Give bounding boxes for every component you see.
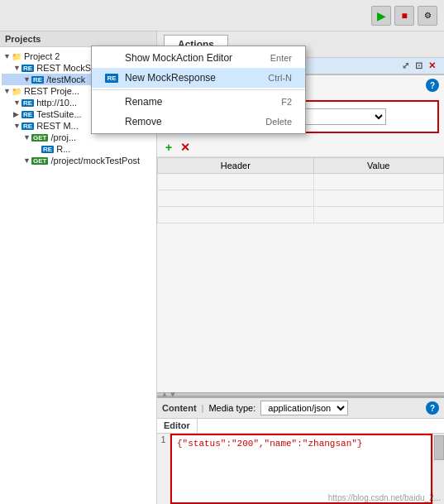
tree-arrow: ▼ xyxy=(23,75,31,84)
get-icon: GET xyxy=(31,157,48,165)
tree-label: Project 2 xyxy=(24,51,60,61)
media-type-label: Media type: xyxy=(208,403,255,413)
top-toolbar: ▶ ■ ⚙ xyxy=(0,0,444,31)
json-content: {"status":"200","name":"zhangsan"} xyxy=(177,439,362,449)
tree-arrow: ▼ xyxy=(23,133,31,142)
content-help-icon[interactable]: ? xyxy=(426,401,439,415)
remove-shortcut: Delete xyxy=(265,117,292,127)
media-type-select[interactable]: application/json text/xml text/plain xyxy=(260,401,348,415)
tree-item[interactable]: ▼ GET /project/mockTestPost xyxy=(2,155,155,166)
tree-label: REST M... xyxy=(36,121,79,131)
watermark: https://blog.csdn.net/baidu_2... xyxy=(328,493,441,502)
content-label: Content xyxy=(162,403,197,413)
tree-label: /project/mockTestPost xyxy=(51,156,141,166)
rest-icon: RE xyxy=(21,65,34,72)
folder-icon: 📁 xyxy=(12,87,21,96)
context-new-response[interactable]: RE New MockResponse Ctrl-N xyxy=(92,68,305,88)
remove-header-button[interactable]: ✕ xyxy=(179,141,192,154)
table-row xyxy=(158,207,444,223)
play-button[interactable]: ▶ xyxy=(371,6,391,26)
bottom-toolbar: Content | Media type: application/json t… xyxy=(157,398,444,419)
editor-tab[interactable]: Editor xyxy=(157,419,198,433)
tree-arrow: ▼ xyxy=(23,156,31,165)
tree-label: /testMock xyxy=(46,74,85,84)
headers-table: Header Value xyxy=(157,157,444,223)
rest-icon: RE xyxy=(21,111,34,118)
remove-label: Remove xyxy=(125,116,259,127)
tree-arrow: ▶ xyxy=(13,110,21,118)
rest-icon: RE xyxy=(21,99,34,107)
editor-gutter: 1 xyxy=(157,434,170,504)
tree-label: R... xyxy=(56,144,70,154)
header-cell xyxy=(158,190,314,207)
context-remove[interactable]: Remove Delete xyxy=(92,112,305,132)
tree-label: REST Proje... xyxy=(24,86,79,96)
header-col-header: Header xyxy=(158,158,314,174)
context-rename[interactable]: Rename F2 xyxy=(92,92,305,112)
get-icon: GET xyxy=(31,134,48,142)
headers-toolbar: + ✕ xyxy=(157,138,444,157)
new-response-label: New MockResponse xyxy=(125,72,261,84)
headers-table-container: Header Value xyxy=(157,157,444,392)
tree-label: TestSuite... xyxy=(36,109,81,119)
new-response-icon: RE xyxy=(105,74,118,83)
value-cell xyxy=(313,207,443,223)
new-response-shortcut: Ctrl-N xyxy=(268,73,292,83)
tree-arrow: ▼ xyxy=(13,122,21,130)
editor-tabs: Editor xyxy=(157,419,444,434)
header-cell xyxy=(158,207,314,223)
gear-button[interactable]: ⚙ xyxy=(418,6,437,26)
show-editor-shortcut: Enter xyxy=(270,53,292,63)
bottom-section: Content | Media type: application/json t… xyxy=(157,396,444,504)
context-menu: Show MockAction Editor Enter RE New Mock… xyxy=(91,46,306,134)
header-cell xyxy=(158,174,314,190)
tree-arrow: ▼ xyxy=(13,64,21,72)
rename-shortcut: F2 xyxy=(281,97,292,107)
add-header-button[interactable]: + xyxy=(162,141,175,154)
float-icon[interactable]: ⊡ xyxy=(413,60,424,71)
tree-arrow: ▼ xyxy=(13,98,21,107)
help-icon[interactable]: ? xyxy=(426,79,439,92)
response-header-icons: ⤢ ⊡ ✕ xyxy=(400,60,437,71)
tree-arrow: ▼ xyxy=(3,87,12,95)
folder-icon: 📁 xyxy=(12,52,21,61)
rest-icon: RE xyxy=(31,76,44,84)
value-cell xyxy=(313,190,443,207)
table-row xyxy=(158,174,444,190)
show-editor-label: Show MockAction Editor xyxy=(125,52,264,64)
rest-icon: RE xyxy=(21,122,34,130)
close-icon[interactable]: ✕ xyxy=(427,60,437,71)
context-show-editor[interactable]: Show MockAction Editor Enter xyxy=(92,48,305,68)
rest-icon: RE xyxy=(41,146,54,153)
value-cell xyxy=(313,174,443,190)
scrollbar-thumb[interactable] xyxy=(434,435,444,460)
table-row xyxy=(158,190,444,207)
tree-label: http://10... xyxy=(36,98,77,108)
tree-item[interactable]: RE R... xyxy=(2,143,155,155)
stop-button[interactable]: ■ xyxy=(394,6,414,26)
tree-arrow: ▼ xyxy=(3,52,12,60)
separator: | xyxy=(202,403,204,413)
expand-icon[interactable]: ⤢ xyxy=(400,60,411,71)
line-number: 1 xyxy=(161,435,166,444)
tree-label: /proj... xyxy=(51,132,77,142)
rename-label: Rename xyxy=(125,96,275,108)
menu-separator xyxy=(92,89,305,90)
value-col-header: Value xyxy=(313,158,443,174)
